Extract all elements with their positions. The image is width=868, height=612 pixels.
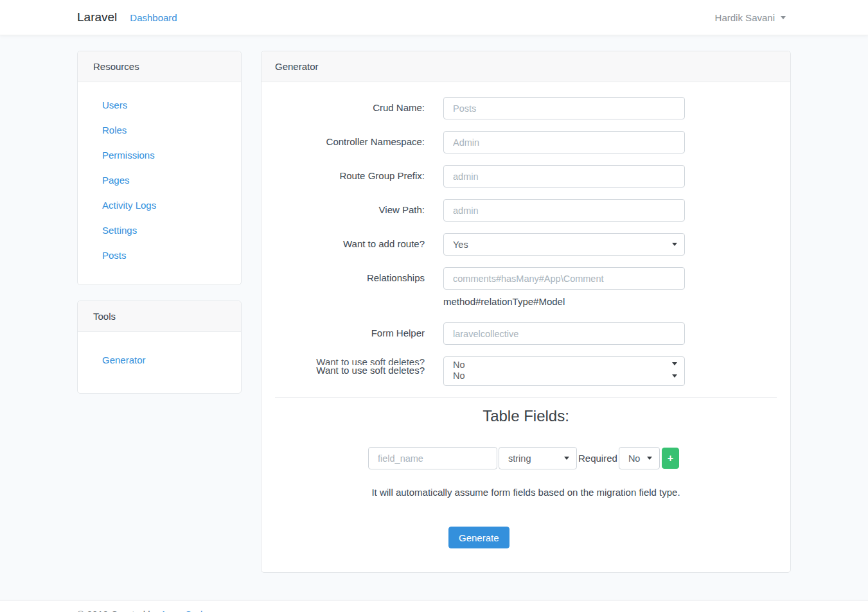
form-row-view-path: View Path: (275, 199, 777, 222)
soft-deletes-label: Want to use soft deletes? (275, 365, 425, 376)
form-row-form-helper: Form Helper (275, 322, 777, 345)
list-item: Posts (102, 243, 241, 268)
relationships-label: Relationships (275, 267, 443, 307)
crud-name-label: Crud Name: (275, 97, 443, 119)
add-field-button[interactable]: + (662, 448, 679, 469)
user-name: Hardik Savani (715, 12, 775, 23)
list-item: Generator (102, 347, 241, 372)
plus-icon: + (668, 453, 673, 464)
add-route-select[interactable]: Yes (443, 233, 685, 256)
list-item: Pages (102, 168, 241, 193)
add-route-select-value: Yes (453, 240, 468, 250)
form-row-controller-namespace: Controller Namespace: (275, 131, 777, 153)
controller-namespace-label: Controller Namespace: (275, 131, 443, 153)
list-item: Users (102, 92, 241, 118)
sidebar-item-settings[interactable]: Settings (102, 225, 137, 236)
relationships-help-text: method#relationType#Model (443, 296, 685, 307)
caret-down-icon (672, 374, 677, 378)
sidebar-item-roles[interactable]: Roles (102, 125, 127, 136)
required-label: Required (578, 453, 617, 464)
crud-name-input[interactable] (443, 97, 685, 119)
sidebar: Resources Users Roles Permissions Pages … (77, 51, 242, 394)
form-row-crud-name: Crud Name: (275, 97, 777, 119)
table-fields-heading: Table Fields: (275, 407, 777, 425)
resources-list: Users Roles Permissions Pages Activity L… (78, 82, 241, 284)
route-group-prefix-input[interactable] (443, 165, 685, 188)
user-menu[interactable]: Hardik Savani (715, 12, 786, 23)
form-helper-input[interactable] (443, 322, 685, 345)
sidebar-item-permissions[interactable]: Permissions (102, 150, 155, 161)
brand-laravel[interactable]: Laravel (77, 10, 117, 24)
soft-deletes-label-col: Want to use soft deletes? Want to use so… (275, 356, 443, 386)
sidebar-item-activity-logs[interactable]: Activity Logs (102, 200, 156, 211)
soft-deletes-label-ghost: Want to use soft deletes? (275, 356, 425, 365)
sidebar-item-generator[interactable]: Generator (102, 354, 146, 365)
view-path-label: View Path: (275, 199, 443, 222)
list-item: Roles (102, 118, 241, 143)
sidebar-item-posts[interactable]: Posts (102, 250, 127, 261)
soft-deletes-select-ghost-value: No (453, 360, 465, 369)
add-route-label: Want to add route? (275, 233, 443, 256)
footer-credit-link[interactable]: Appz Coders (160, 609, 216, 612)
form-row-soft-deletes: Want to use soft deletes? Want to use so… (275, 356, 777, 386)
generator-form: Crud Name: Controller Namespace: Route G… (261, 82, 790, 572)
list-item: Permissions (102, 143, 241, 168)
caret-down-icon (672, 243, 677, 246)
footer-copyright: © 2019 Created by (77, 609, 158, 612)
required-select[interactable]: No (619, 447, 660, 469)
tools-card: Tools Generator (77, 301, 242, 394)
soft-deletes-select-row: No (453, 371, 677, 381)
generator-card: Generator Crud Name: Controller Namespac… (261, 51, 791, 573)
sidebar-item-pages[interactable]: Pages (102, 175, 130, 186)
view-path-input[interactable] (443, 199, 685, 222)
field-type-select[interactable]: string (499, 447, 577, 469)
caret-down-icon (647, 457, 652, 460)
form-row-route-group-prefix: Route Group Prefix: (275, 165, 777, 188)
list-item: Activity Logs (102, 193, 241, 218)
resources-card-title: Resources (78, 51, 241, 82)
table-field-row: string Required No + (368, 447, 777, 469)
form-row-add-route: Want to add route? Yes (275, 233, 777, 256)
relationships-input[interactable] (443, 267, 685, 290)
tools-list: Generator (78, 332, 241, 393)
soft-deletes-select[interactable]: No No (443, 356, 685, 386)
soft-deletes-select-ghost-row: No (453, 360, 677, 369)
soft-deletes-select-value: No (453, 371, 465, 381)
form-helper-label: Form Helper (275, 322, 443, 345)
resources-card: Resources Users Roles Permissions Pages … (77, 51, 242, 285)
form-row-relationships: Relationships method#relationType#Model (275, 267, 777, 307)
controller-namespace-input[interactable] (443, 131, 685, 153)
top-navbar: Laravel Dashboard Hardik Savani (0, 0, 868, 35)
table-fields-note: It will automatically assume form fields… (275, 487, 777, 498)
section-divider (275, 398, 777, 398)
required-select-value: No (628, 453, 641, 464)
field-name-input[interactable] (368, 447, 497, 469)
tools-card-title: Tools (78, 301, 241, 332)
field-type-select-value: string (508, 453, 531, 464)
nav-link-dashboard[interactable]: Dashboard (130, 12, 177, 23)
page-content: Resources Users Roles Permissions Pages … (77, 51, 868, 573)
route-group-prefix-label: Route Group Prefix: (275, 165, 443, 188)
sidebar-item-users[interactable]: Users (102, 100, 127, 110)
generator-card-title: Generator (261, 51, 790, 82)
caret-down-icon (672, 362, 677, 365)
caret-down-icon (564, 457, 569, 460)
generate-button[interactable]: Generate (448, 527, 509, 548)
caret-down-icon (781, 16, 786, 19)
page-footer: © 2019 Created by Appz Coders (0, 600, 868, 612)
list-item: Settings (102, 218, 241, 243)
